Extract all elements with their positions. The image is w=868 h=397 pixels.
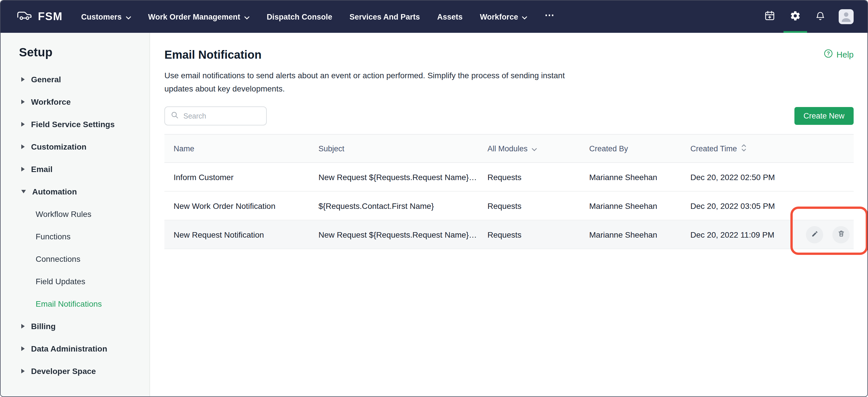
up-down-arrows-icon <box>741 144 747 153</box>
sidebar-item-connections[interactable]: Connections <box>1 247 150 270</box>
sidebar-item-label: General <box>31 75 61 84</box>
cell-created-time: Dec 20, 2022 02:50 PM <box>690 172 854 181</box>
cell-module: Requests <box>488 172 589 181</box>
delete-button[interactable] <box>832 226 849 243</box>
nav-item-workforce[interactable]: Workforce <box>480 12 527 21</box>
collapsed-arrow-icon <box>21 144 25 149</box>
cell-subject: New Request ${Requests.Request Name}… <box>318 172 488 181</box>
setup-sidebar: Setup General Workforce Field Service Se… <box>1 33 150 396</box>
user-avatar[interactable] <box>839 9 854 24</box>
column-label: All Modules <box>488 144 528 153</box>
sidebar-title: Setup <box>19 46 150 59</box>
chevron-down-icon <box>522 12 527 21</box>
row-actions <box>806 226 849 243</box>
table-row[interactable]: Inform Customer New Request ${Requests.R… <box>164 163 854 192</box>
create-new-button[interactable]: Create New <box>794 107 854 125</box>
trash-icon <box>837 230 845 239</box>
app-logo[interactable]: FSM <box>17 10 63 24</box>
nav-item-services-and-parts[interactable]: Services And Parts <box>349 12 420 21</box>
sidebar-item-customization[interactable]: Customization <box>1 135 150 158</box>
cell-created-time: Dec 20, 2022 03:05 PM <box>690 201 854 210</box>
help-link[interactable]: ? Help <box>824 49 854 60</box>
sidebar-item-label: Functions <box>36 232 70 241</box>
sidebar-item-automation[interactable]: Automation <box>1 180 150 202</box>
sidebar-item-data-administration[interactable]: Data Administration <box>1 337 150 360</box>
sidebar-item-email-notifications[interactable]: Email Notifications <box>1 292 150 315</box>
page-title: Email Notification <box>164 48 261 62</box>
sidebar-item-label: Email Notifications <box>36 299 102 308</box>
calendar-plus-icon <box>765 10 775 23</box>
sidebar-item-label: Billing <box>31 321 56 331</box>
sidebar-item-label: Workforce <box>31 97 71 106</box>
create-record-button[interactable] <box>764 1 777 33</box>
sidebar-item-general[interactable]: General <box>1 68 150 90</box>
nav-item-label: Work Order Management <box>148 12 240 21</box>
pencil-icon <box>811 230 818 239</box>
nav-item-assets[interactable]: Assets <box>437 12 463 21</box>
circled-question-icon: ? <box>824 49 833 60</box>
sidebar-item-field-service-settings[interactable]: Field Service Settings <box>1 113 150 135</box>
ellipsis-icon: ⋯ <box>545 10 556 20</box>
help-label: Help <box>836 50 854 59</box>
collapsed-arrow-icon <box>21 324 25 328</box>
column-header-subject: Subject <box>318 144 488 153</box>
notifications-button[interactable] <box>814 1 827 33</box>
email-notifications-table: Name Subject All Modules Created By Crea… <box>164 134 854 249</box>
nav-item-dispatch-console[interactable]: Dispatch Console <box>267 12 332 21</box>
table-row[interactable]: New Work Order Notification ${Requests.C… <box>164 192 854 220</box>
table-header-row: Name Subject All Modules Created By Crea… <box>164 134 854 163</box>
table-row[interactable]: New Request Notification New Request ${R… <box>164 220 854 249</box>
sidebar-item-workforce[interactable]: Workforce <box>1 90 150 113</box>
chevron-down-icon <box>244 12 249 21</box>
sidebar-item-developer-space[interactable]: Developer Space <box>1 360 150 382</box>
page-description: Use email notifications to send alerts a… <box>164 69 583 95</box>
sidebar-item-label: Email <box>31 164 53 173</box>
nav-item-label: Assets <box>437 12 463 21</box>
cell-name: Inform Customer <box>164 172 318 181</box>
sidebar-item-label: Connections <box>36 254 81 263</box>
person-silhouette-icon <box>840 10 852 24</box>
top-navbar: FSM Customers Work Order Management Disp… <box>1 1 867 33</box>
sidebar-item-workflow-rules[interactable]: Workflow Rules <box>1 202 150 225</box>
navbar-right-actions <box>764 1 854 33</box>
cell-created-by: Marianne Sheehan <box>589 172 690 181</box>
sidebar-item-label: Developer Space <box>31 366 96 375</box>
fsm-app-window: FSM Customers Work Order Management Disp… <box>0 0 868 397</box>
search-box <box>164 107 267 125</box>
chevron-down-icon <box>126 12 131 21</box>
cell-subject: New Request ${Requests.Request Name}… <box>318 230 488 239</box>
gear-icon <box>790 10 801 23</box>
collapsed-arrow-icon <box>21 346 25 351</box>
svg-text:?: ? <box>827 51 830 56</box>
nav-item-label: Workforce <box>480 12 518 21</box>
cell-name: New Request Notification <box>164 230 318 239</box>
search-input[interactable] <box>183 112 276 120</box>
sidebar-item-billing[interactable]: Billing <box>1 315 150 337</box>
nav-more-menu[interactable]: ⋯ <box>545 10 556 23</box>
column-header-created-by: Created By <box>589 144 690 153</box>
nav-item-customers[interactable]: Customers <box>81 12 131 21</box>
collapsed-arrow-icon <box>21 77 25 81</box>
collapsed-arrow-icon <box>21 369 25 373</box>
column-header-all-modules[interactable]: All Modules <box>488 144 589 153</box>
sidebar-item-email[interactable]: Email <box>1 158 150 180</box>
sidebar-item-label: Data Administration <box>31 344 107 353</box>
column-header-created-time[interactable]: Created Time <box>690 144 854 153</box>
expanded-arrow-icon <box>21 190 26 193</box>
magnifier-icon <box>171 111 179 121</box>
sidebar-item-label: Workflow Rules <box>36 209 91 218</box>
nav-item-label: Dispatch Console <box>267 12 332 21</box>
cell-created-by: Marianne Sheehan <box>589 230 690 239</box>
sidebar-item-functions[interactable]: Functions <box>1 225 150 247</box>
nav-item-work-order-management[interactable]: Work Order Management <box>148 12 249 21</box>
sidebar-item-field-updates[interactable]: Field Updates <box>1 270 150 292</box>
collapsed-arrow-icon <box>21 167 25 171</box>
column-label: Created Time <box>690 144 737 153</box>
edit-button[interactable] <box>806 226 823 243</box>
settings-button[interactable] <box>789 1 802 33</box>
brand-name: FSM <box>38 10 63 23</box>
collapsed-arrow-icon <box>21 122 25 126</box>
truck-icon <box>17 10 32 24</box>
screenshot-stage: FSM Customers Work Order Management Disp… <box>0 0 868 397</box>
sidebar-item-label: Automation <box>32 187 77 196</box>
